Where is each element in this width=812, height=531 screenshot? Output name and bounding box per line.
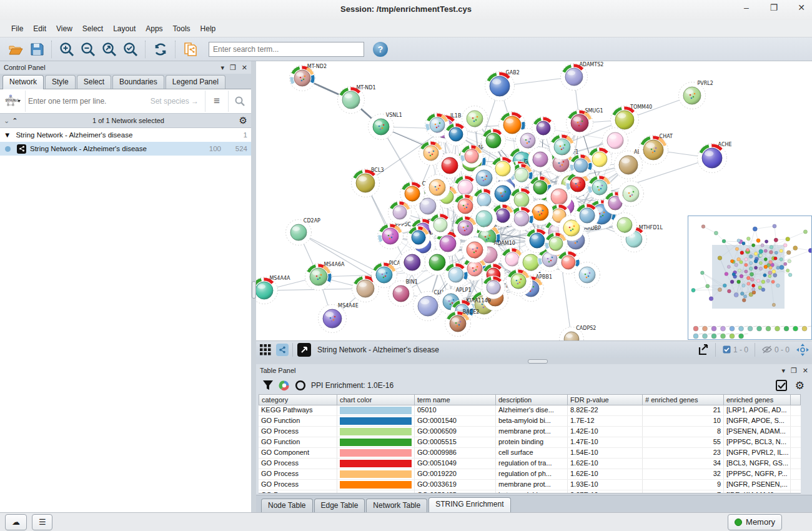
close-panel-icon[interactable]: ✕ bbox=[803, 367, 808, 375]
column-header-fdr-p-value[interactable]: FDR p-value bbox=[568, 394, 643, 405]
table-row[interactable]: GO ProcessGO:0051049regulation of tra...… bbox=[259, 459, 801, 469]
maximize-button[interactable]: ❐ bbox=[768, 2, 780, 12]
filter-icon[interactable] bbox=[262, 380, 274, 391]
string-query-input[interactable] bbox=[26, 97, 151, 106]
grid-mode-icon[interactable] bbox=[257, 343, 274, 357]
svg-text:MS4A6A: MS4A6A bbox=[324, 262, 345, 267]
splitter-grip[interactable] bbox=[252, 281, 256, 299]
table-panel-title: Table Panel bbox=[260, 367, 296, 374]
cloud-button[interactable]: ☁ bbox=[5, 514, 27, 530]
splitter-grip[interactable] bbox=[528, 359, 548, 364]
svg-text:MS4A4E: MS4A4E bbox=[338, 303, 359, 309]
string-search-icon[interactable] bbox=[228, 91, 251, 112]
table-row[interactable]: GO ProcessGO:0006509membrane prot...1.42… bbox=[259, 427, 801, 437]
chart-color-swatch bbox=[340, 492, 412, 494]
tab-network[interactable]: Network bbox=[2, 75, 44, 89]
vertical-splitter[interactable] bbox=[251, 61, 256, 512]
table-panel-header: Table Panel ▾ ❒ ✕ bbox=[256, 364, 812, 377]
species-hint[interactable]: Set species → bbox=[151, 97, 199, 106]
control-panel-tabs: NetworkStyleSelectBoundariesLegend Panel bbox=[0, 74, 251, 89]
float-panel-icon[interactable]: ❒ bbox=[791, 367, 797, 375]
svg-text:KIAA1149: KIAA1149 bbox=[467, 298, 491, 304]
menu-item-edit[interactable]: Edit bbox=[28, 22, 51, 36]
memory-status-dot bbox=[735, 519, 742, 526]
search-input[interactable] bbox=[209, 42, 364, 57]
gear-icon[interactable]: ⚙ bbox=[239, 115, 247, 126]
collapse-all-icon[interactable]: ⌄ bbox=[4, 117, 9, 125]
minimize-button[interactable]: – bbox=[741, 2, 752, 12]
refresh-icon[interactable] bbox=[151, 40, 170, 59]
tab-network-table[interactable]: Network Table bbox=[366, 499, 427, 512]
menu-item-select[interactable]: Select bbox=[77, 22, 108, 36]
tab-legend-panel[interactable]: Legend Panel bbox=[166, 75, 225, 89]
table-row[interactable]: GO ProcessGO:0050435beta-amyloid m...2.0… bbox=[259, 490, 801, 494]
panel-menu-icon[interactable]: ▾ bbox=[781, 367, 785, 375]
table-gear-icon[interactable]: ⚙ bbox=[795, 379, 805, 392]
memory-button[interactable]: Memory bbox=[728, 514, 782, 530]
import-network-icon[interactable] bbox=[181, 40, 200, 59]
svg-text:ADAMTS2: ADAMTS2 bbox=[579, 62, 603, 67]
zoom-in-icon[interactable] bbox=[57, 40, 76, 59]
float-panel-icon[interactable]: ❒ bbox=[230, 64, 236, 72]
tab-style[interactable]: Style bbox=[45, 75, 76, 89]
network-row[interactable]: String Network - Alzheimer's disease 100… bbox=[0, 142, 251, 156]
menu-item-tools[interactable]: Tools bbox=[168, 22, 196, 36]
column-header-category[interactable]: category bbox=[259, 394, 337, 405]
expand-triangle-icon[interactable]: ▼ bbox=[4, 131, 11, 139]
menu-item-file[interactable]: File bbox=[6, 22, 28, 36]
svg-text:VSNL1: VSNL1 bbox=[386, 112, 402, 118]
ring-chart-icon[interactable] bbox=[295, 380, 306, 391]
table-row[interactable]: GO ProcessGO:0019220regulation of ph...1… bbox=[259, 469, 801, 480]
chart-color-swatch bbox=[340, 470, 412, 478]
menu-item-apps[interactable]: Apps bbox=[141, 22, 167, 36]
zoom-selected-icon[interactable] bbox=[121, 40, 140, 59]
enrichment-toolbar: PPI Enrichment: 1.0E-16 ⚙ bbox=[256, 377, 812, 394]
column-header-enriched-genes[interactable]: enriched genes bbox=[724, 394, 791, 405]
table-row[interactable]: GO ProcessGO:0033619membrane prot...1.93… bbox=[259, 480, 801, 490]
table-row[interactable]: KEGG Pathways05010Alzheimer's dise...8.8… bbox=[259, 405, 801, 416]
tab-boundaries[interactable]: Boundaries bbox=[112, 75, 164, 89]
tab-select[interactable]: Select bbox=[77, 75, 111, 89]
column-header-description[interactable]: description bbox=[496, 394, 568, 405]
column-header-term-name[interactable]: term name bbox=[415, 394, 496, 405]
menu-item-help[interactable]: Help bbox=[196, 22, 221, 36]
string-options-icon[interactable]: ≡ bbox=[205, 91, 228, 112]
network-canvas[interactable]: MT-ND2MT-ND1VSNL1GAB2IRS1ABCA1CHATACHEBC… bbox=[256, 61, 812, 340]
column-header---enriched-genes[interactable]: # enriched genes bbox=[643, 394, 724, 405]
chart-settings-icon[interactable] bbox=[279, 380, 290, 391]
help-icon[interactable]: ? bbox=[373, 42, 388, 57]
close-button[interactable]: ✕ bbox=[796, 2, 807, 12]
menu-item-view[interactable]: View bbox=[51, 22, 77, 36]
zoom-out-icon[interactable] bbox=[79, 40, 97, 59]
network-overview-inset[interactable] bbox=[688, 216, 812, 340]
table-row[interactable]: GO FunctionGO:0001540beta-amyloid bi...1… bbox=[259, 416, 801, 427]
ppi-enrichment-label: PPI Enrichment: 1.0E-16 bbox=[311, 381, 394, 390]
expand-all-icon[interactable]: ⌃ bbox=[12, 117, 17, 125]
svg-text:ACHE: ACHE bbox=[718, 142, 732, 147]
string-logo-icon[interactable]: STRING bbox=[0, 91, 26, 112]
horizontal-splitter[interactable] bbox=[256, 358, 812, 364]
table-row[interactable]: GO FunctionGO:0005515protein binding1.47… bbox=[259, 437, 801, 448]
task-history-button[interactable]: ☰ bbox=[32, 514, 52, 530]
tab-node-table[interactable]: Node Table bbox=[261, 499, 313, 512]
share-view-icon[interactable] bbox=[276, 344, 289, 356]
chart-color-swatch bbox=[340, 449, 412, 457]
network-collection-row[interactable]: ▼ String Network - Alzheimer's disease 1 bbox=[0, 128, 251, 142]
tab-string-enrichment[interactable]: STRING Enrichment bbox=[428, 497, 510, 512]
export-network-icon[interactable] bbox=[695, 343, 711, 357]
tab-edge-table[interactable]: Edge Table bbox=[314, 499, 365, 512]
select-all-icon[interactable] bbox=[776, 380, 788, 392]
svg-text:CADPS2: CADPS2 bbox=[576, 325, 596, 331]
table-row[interactable]: GO ComponentGO:0009986cell surface1.54E-… bbox=[259, 448, 801, 459]
close-panel-icon[interactable]: ✕ bbox=[242, 64, 247, 72]
navigator-icon[interactable] bbox=[795, 343, 811, 357]
save-session-icon[interactable] bbox=[27, 40, 46, 59]
menu-item-layout[interactable]: Layout bbox=[108, 22, 141, 36]
svg-text:BIN1: BIN1 bbox=[406, 279, 418, 285]
panel-menu-icon[interactable]: ▾ bbox=[220, 64, 224, 72]
column-header-chart-color[interactable]: chart color bbox=[337, 394, 415, 405]
zoom-fit-icon[interactable] bbox=[100, 40, 119, 59]
chart-color-swatch bbox=[340, 481, 412, 489]
open-file-icon[interactable] bbox=[6, 40, 25, 59]
birdseye-icon[interactable] bbox=[297, 343, 311, 357]
